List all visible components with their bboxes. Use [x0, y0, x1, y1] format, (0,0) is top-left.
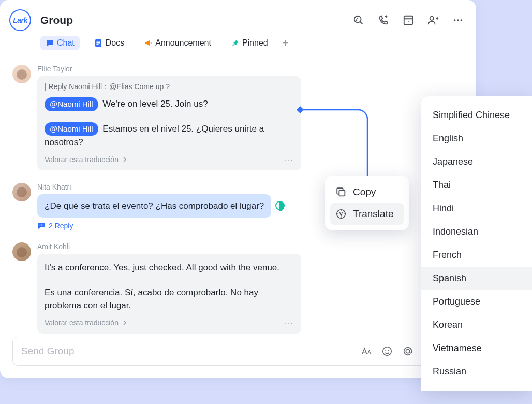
language-option[interactable]: Simplified Chinese — [421, 104, 532, 127]
svg-point-5 — [461, 19, 463, 21]
svg-point-15 — [388, 350, 389, 351]
svg-point-10 — [40, 225, 41, 226]
message-row: Amit Kohli It's a conference. Yes, just … — [0, 242, 476, 334]
message-text: We're on level 25. Join us? — [102, 99, 208, 109]
language-option[interactable]: Hindi — [421, 197, 532, 220]
language-option[interactable]: Vietnamese — [421, 337, 532, 360]
translation-divider — [45, 117, 294, 117]
svg-point-0 — [354, 16, 361, 23]
avatar[interactable] — [12, 183, 31, 201]
svg-rect-7 — [96, 41, 100, 42]
tab-docs-label: Docs — [106, 38, 124, 48]
translation-badge-icon — [275, 201, 285, 210]
context-translate-label: Translate — [353, 208, 394, 220]
svg-point-16 — [406, 349, 409, 353]
svg-point-12 — [43, 225, 44, 226]
header: Lark Group — [0, 0, 476, 55]
emoji-icon[interactable] — [381, 345, 393, 357]
chat-bubble-icon — [46, 39, 54, 47]
rate-translation-row: Valorar esta traducción ··· — [45, 318, 294, 328]
svg-rect-8 — [96, 42, 100, 44]
call-icon[interactable] — [378, 15, 389, 26]
more-icon[interactable] — [452, 15, 464, 26]
rate-translation-label[interactable]: Valorar esta traducción — [45, 318, 119, 328]
rate-translation-row: Valorar esta traducción ··· — [45, 154, 294, 165]
svg-rect-9 — [96, 44, 98, 45]
language-option[interactable]: Thai — [421, 174, 532, 197]
logo-text: Lark — [13, 16, 27, 24]
svg-point-11 — [41, 225, 42, 226]
mention-icon[interactable] — [402, 345, 413, 357]
language-option[interactable]: English — [421, 127, 532, 150]
tab-announcement-label: Announcement — [155, 38, 211, 48]
composer-input[interactable] — [21, 345, 361, 357]
language-option[interactable]: Indonesian — [421, 220, 532, 243]
mention-pill[interactable]: @Naomi Hill — [45, 97, 98, 111]
message-bubble[interactable]: It's a conference. Yes, just checked. Al… — [37, 254, 301, 334]
message-text: It's a conference. Yes, just checked. Al… — [45, 261, 294, 275]
message-text: ¿De qué se trata el evento? ¿Has comprob… — [45, 201, 264, 211]
font-style-icon[interactable] — [361, 345, 372, 357]
message-more-icon[interactable]: ··· — [285, 154, 294, 165]
language-option[interactable]: Russian — [421, 360, 532, 383]
message-context-menu: Copy Translate — [325, 176, 409, 230]
context-translate[interactable]: Translate — [330, 203, 404, 225]
language-option[interactable]: Korean — [421, 313, 532, 337]
message-bubble[interactable]: | Reply Naomi Hill：@Elias Come up ? @Nao… — [37, 76, 301, 170]
language-option[interactable]: French — [421, 243, 532, 267]
message-bubble[interactable]: ¿De qué se trata el evento? ¿Has comprob… — [37, 194, 271, 218]
header-top-row: Lark Group — [9, 9, 464, 31]
context-copy-label: Copy — [353, 186, 376, 198]
tab-pinned[interactable]: Pinned — [226, 36, 273, 50]
message-text-translated: Es una conferencia. Sí, acabo de comprob… — [45, 286, 294, 312]
pin-icon — [231, 39, 239, 47]
message-composer[interactable] — [12, 337, 464, 366]
language-option[interactable]: Portuguese — [421, 290, 532, 313]
docs-icon — [94, 39, 102, 47]
svg-point-4 — [457, 19, 459, 21]
megaphone-icon — [144, 39, 152, 47]
message-row: Ellie Taylor | Reply Naomi Hill：@Elias C… — [0, 65, 476, 170]
sender-name: Ellie Taylor — [37, 65, 464, 73]
add-member-icon[interactable] — [427, 15, 439, 26]
rate-translation-label[interactable]: Valorar esta traducción — [45, 154, 119, 165]
reply-count-text: 2 Reply — [49, 222, 73, 230]
chevron-right-icon[interactable] — [122, 156, 128, 163]
svg-rect-1 — [404, 16, 413, 25]
message-line-translated: @Naomi Hill Estamos en el nivel 25. ¿Qui… — [45, 122, 294, 149]
language-menu: Simplified ChineseEnglishJapaneseThaiHin… — [421, 96, 532, 391]
svg-rect-22 — [339, 190, 345, 196]
translate-icon — [335, 208, 347, 220]
message-line-original: @Naomi Hill We're on level 25. Join us? — [45, 97, 294, 111]
add-tab-button[interactable]: + — [283, 37, 289, 49]
tab-announcement[interactable]: Announcement — [139, 36, 216, 50]
language-option[interactable]: Japanese — [421, 150, 532, 174]
svg-point-2 — [430, 17, 434, 20]
avatar[interactable] — [12, 65, 31, 83]
panel-icon[interactable] — [403, 15, 414, 26]
message-more-icon[interactable]: ··· — [285, 318, 294, 328]
chat-title: Group — [40, 14, 73, 26]
tab-chat[interactable]: Chat — [40, 36, 80, 50]
app-logo: Lark — [9, 9, 31, 31]
svg-point-13 — [383, 347, 392, 356]
tab-bar: Chat Docs Announcement Pinned + — [40, 36, 464, 55]
mention-pill[interactable]: @Naomi Hill — [45, 122, 98, 136]
tab-pinned-label: Pinned — [242, 38, 268, 48]
avatar[interactable] — [12, 242, 31, 261]
context-copy[interactable]: Copy — [330, 181, 404, 203]
search-icon[interactable] — [353, 15, 364, 26]
copy-icon — [335, 186, 347, 198]
svg-point-3 — [454, 19, 456, 21]
svg-point-14 — [385, 350, 386, 351]
chevron-right-icon[interactable] — [122, 320, 128, 326]
reply-icon — [37, 222, 46, 230]
tab-chat-label: Chat — [57, 38, 75, 48]
tab-docs[interactable]: Docs — [89, 36, 129, 50]
header-actions — [353, 15, 464, 26]
sender-name: Amit Kohli — [37, 242, 464, 251]
language-option[interactable]: Spanish — [421, 267, 532, 290]
reply-reference: | Reply Naomi Hill：@Elias Come up ? — [45, 81, 294, 92]
